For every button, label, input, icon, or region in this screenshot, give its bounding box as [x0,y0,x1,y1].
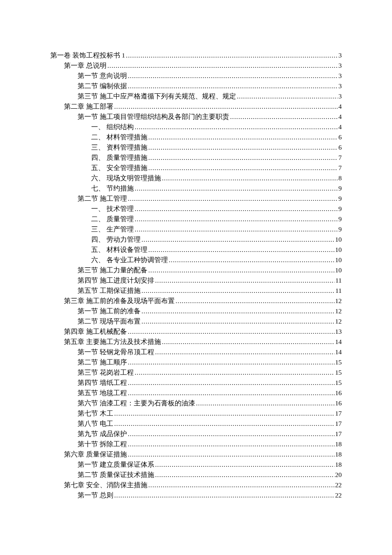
toc-entry[interactable]: 第七节 木工17 [50,408,342,419]
toc-entry[interactable]: 六、 现场文明管理措施8 [50,173,342,183]
toc-entry-label: 第六章 质量保证措施 [64,449,127,460]
toc-leader [148,132,337,142]
toc-entry-label: 第五章 主要施工方法及技术措施 [64,337,161,347]
toc-entry[interactable]: 四、 质量管理措施7 [50,153,342,163]
toc-leader [128,378,334,388]
toc-entry-page: 10 [335,245,342,255]
toc-entry-label: 第七节 木工 [78,408,113,419]
toc-leader [135,367,334,378]
toc-entry-label: 第一卷 装饰工程投标书 1 [50,50,125,61]
toc-entry[interactable]: 第一节 施工前的准备12 [50,306,342,316]
toc-entry[interactable]: 三、 生产管理9 [50,224,342,234]
toc-leader [135,224,337,234]
toc-entry[interactable]: 第四节 墙纸工程15 [50,378,342,388]
toc-entry-page: 3 [338,61,342,71]
toc-leader [126,50,338,61]
toc-entry[interactable]: 七、 节约措施9 [50,183,342,194]
toc-entry[interactable]: 第二节 质量保证技术措施20 [50,470,342,480]
toc-entry-page: 10 [335,255,342,265]
toc-entry-page: 4 [338,122,342,132]
toc-entry[interactable]: 第一节 总则22 [50,490,342,500]
toc-entry[interactable]: 第二节 施工管理9 [50,194,342,204]
toc-entry[interactable]: 第五节 地毯工程16 [50,388,342,398]
toc-entry-page: 3 [338,81,342,91]
toc-entry[interactable]: 第三节 施工力量的配备10 [50,265,342,275]
toc-entry-label: 第五节 工期保证措施 [78,286,141,296]
toc-entry[interactable]: 第一卷 装饰工程投标书 13 [50,50,342,61]
toc-entry[interactable]: 第三章 施工前的准备及现场平面布置12 [50,296,342,306]
toc-entry-label: 第一节 轻钢龙骨吊顶工程 [78,347,154,357]
toc-leader [148,265,334,275]
toc-entry-label: 第三节 施工中应严格遵循下列有关规范、规程、规定 [78,91,236,101]
toc-leader [128,449,334,460]
toc-entry-page: 15 [335,367,342,378]
toc-leader [196,398,334,408]
toc-leader [114,419,334,429]
toc-leader [148,480,334,490]
toc-leader [155,460,334,470]
toc-entry[interactable]: 第九节 成品保护17 [50,429,342,439]
toc-leader [141,286,334,296]
toc-entry-page: 22 [335,480,342,490]
toc-entry[interactable]: 五、 材料设备管理10 [50,245,342,255]
toc-entry[interactable]: 二、 材料管理措施6 [50,132,342,142]
toc-entry[interactable]: 第五章 主要施工方法及技术措施14 [50,337,342,347]
toc-entry[interactable]: 六、 各专业工种协调管理10 [50,255,342,265]
toc-entry[interactable]: 第六节 油漆工程：主要为石膏板的油漆16 [50,398,342,408]
toc-entry-label: 第八节 电工 [78,419,113,429]
toc-entry[interactable]: 第一节 施工项目管理组织结构及各部门的主要职责4 [50,112,342,122]
toc-entry[interactable]: 二、 质量管理9 [50,214,342,224]
toc-entry[interactable]: 第二章 施工部署4 [50,101,342,112]
toc-entry[interactable]: 第八节 电工17 [50,419,342,429]
toc-entry-label: 第三节 花岗岩工程 [78,367,134,378]
toc-entry[interactable]: 第一章 总说明3 [50,61,342,71]
toc-entry[interactable]: 第七章 安全、消防保主措施22 [50,480,342,490]
toc-entry-page: 6 [338,132,342,142]
toc-entry[interactable]: 第四节 施工进度计划安排11 [50,275,342,286]
toc-entry-page: 4 [338,112,342,122]
toc-entry[interactable]: 第五节 工期保证措施11 [50,286,342,296]
toc-entry[interactable]: 第四章 施工机械配备13 [50,327,342,337]
toc-leader [135,214,337,224]
toc-leader [237,91,337,101]
toc-leader [135,204,337,214]
toc-entry[interactable]: 第二节 编制依据3 [50,81,342,91]
toc-entry[interactable]: 三、 资料管理措施6 [50,142,342,153]
toc-entry-page: 10 [335,265,342,275]
toc-leader [155,275,334,286]
toc-entry-page: 3 [338,71,342,81]
toc-leader [141,234,334,245]
toc-entry[interactable]: 第一节 轻钢龙骨吊顶工程14 [50,347,342,357]
toc-leader [155,347,334,357]
toc-entry[interactable]: 第六章 质量保证措施18 [50,449,342,460]
toc-entry[interactable]: 第十节 拆除工程18 [50,439,342,449]
toc-entry-page: 9 [338,214,342,224]
toc-entry-label: 第二节 施工顺序 [78,357,127,367]
toc-entry[interactable]: 五、 安全管理措施7 [50,163,342,173]
toc-entry-page: 9 [338,204,342,214]
toc-entry[interactable]: 四、 劳动力管理10 [50,234,342,245]
toc-entry[interactable]: 一、 组织结构4 [50,122,342,132]
toc-entry[interactable]: 一、 技术管理9 [50,204,342,214]
toc-entry[interactable]: 第三节 施工中应严格遵循下列有关规范、规程、规定3 [50,91,342,101]
toc-leader [114,408,334,419]
toc-entry-label: 第四节 施工进度计划安排 [78,275,154,286]
toc-entry[interactable]: 第二节 施工顺序15 [50,357,342,367]
toc-entry[interactable]: 第二节 现场平面布置12 [50,316,342,327]
toc-entry-page: 15 [335,378,342,388]
toc-entry[interactable]: 第一节 建立质量保证体系18 [50,460,342,470]
toc-entry[interactable]: 第一节 意向说明3 [50,71,342,81]
toc-entry-label: 一、 技术管理 [91,204,134,214]
toc-entry-page: 7 [338,163,342,173]
toc-entry-page: 9 [338,183,342,194]
toc-entry-label: 第一章 总说明 [64,61,107,71]
toc-entry[interactable]: 第三节 花岗岩工程15 [50,367,342,378]
toc-entry-label: 第一节 意向说明 [78,71,127,81]
toc-entry-page: 18 [335,439,342,449]
toc-leader [148,163,337,173]
toc-entry-label: 一、 组织结构 [91,122,134,132]
toc-entry-label: 第一节 总则 [78,490,113,500]
toc-entry-label: 第二节 质量保证技术措施 [78,470,154,480]
toc-entry-label: 二、 质量管理 [91,214,134,224]
toc-leader [128,357,334,367]
